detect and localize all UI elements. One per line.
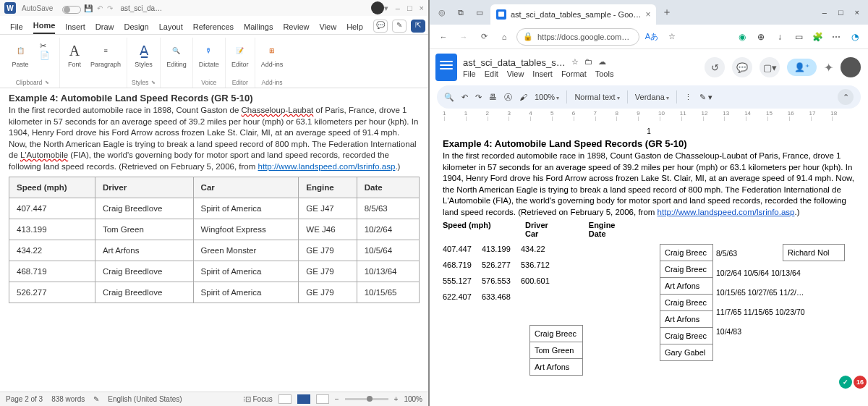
menu-tools[interactable]: Tools: [595, 69, 614, 78]
tab-help[interactable]: Help: [346, 22, 363, 34]
font-select[interactable]: Verdana: [635, 93, 669, 101]
zoom-select[interactable]: 100%: [535, 93, 559, 101]
gemini-icon[interactable]: ✦: [824, 61, 833, 75]
paragraph-button[interactable]: ≡Paragraph: [89, 41, 122, 79]
menu-view[interactable]: View: [507, 69, 524, 78]
back-button[interactable]: ←: [435, 29, 451, 45]
undo-icon[interactable]: ↶: [461, 93, 468, 102]
tab-mailings[interactable]: Mailings: [244, 22, 273, 34]
tab-design[interactable]: Design: [124, 22, 148, 34]
comments-icon[interactable]: 💬: [732, 57, 752, 77]
forward-button[interactable]: →: [456, 29, 472, 45]
ext-icon-2[interactable]: ⊕: [754, 30, 768, 44]
tab-review[interactable]: Review: [283, 22, 309, 34]
tab-close-icon[interactable]: ×: [645, 9, 650, 20]
autosave-toggle[interactable]: [62, 6, 81, 14]
extensions-icon[interactable]: 🧩: [810, 30, 825, 44]
menu-file[interactable]: File: [463, 69, 476, 78]
paste-button[interactable]: 📋 Paste: [10, 41, 30, 79]
zoom-level[interactable]: 100%: [404, 395, 422, 403]
share-button[interactable]: 👤⁺: [787, 59, 817, 76]
tab-layout[interactable]: Layout: [159, 22, 183, 34]
notification-badge[interactable]: 16: [854, 376, 867, 389]
spellcheck-icon[interactable]: ✎: [93, 395, 99, 403]
new-tab-button[interactable]: ＋: [662, 6, 672, 19]
close-button[interactable]: ×: [420, 4, 424, 13]
ext-icon-3[interactable]: ↓: [773, 30, 787, 44]
print-icon[interactable]: 🖶: [489, 93, 497, 101]
tab-draw[interactable]: Draw: [95, 22, 114, 34]
save-icon[interactable]: 💾: [84, 4, 93, 12]
favorite-star-icon[interactable]: ☆: [664, 29, 680, 45]
font-button[interactable]: AFont: [64, 41, 85, 79]
status-words[interactable]: 838 words: [51, 395, 85, 403]
cut-copy-column[interactable]: ✂📄: [35, 41, 55, 79]
dictate-button[interactable]: 🎙Dictate: [197, 41, 221, 79]
tab-view[interactable]: View: [319, 22, 336, 34]
zoom-slider[interactable]: [345, 398, 388, 400]
cloud-icon[interactable]: ☁: [598, 57, 606, 68]
menu-insert[interactable]: Insert: [532, 69, 553, 78]
zoom-out-button[interactable]: −: [335, 395, 339, 403]
paint-format-icon[interactable]: 🖌: [519, 93, 527, 101]
address-bar[interactable]: 🔒 https://docs.google.com…: [516, 28, 639, 46]
zoom-in-button[interactable]: +: [394, 395, 399, 403]
docs-link[interactable]: http://www.landspeed.com/lsrinfo.asp: [658, 208, 795, 216]
maximize-button[interactable]: □: [407, 4, 412, 13]
refresh-button[interactable]: ⟳: [476, 29, 492, 45]
move-icon[interactable]: 🗀: [584, 57, 592, 68]
tab-references[interactable]: References: [193, 22, 234, 34]
profile-icon[interactable]: ◎: [434, 4, 450, 20]
menu-icon[interactable]: ⋯: [829, 30, 843, 44]
docs-document-area[interactable]: 1 Example 4: Automobile Land Speed Recor…: [430, 124, 868, 406]
search-menus-icon[interactable]: 🔍: [444, 93, 454, 102]
doc-link[interactable]: http://www.landspeed.com/lsrinfo.asp: [258, 162, 396, 171]
chat-badge[interactable]: ✓: [839, 376, 852, 389]
workspaces-icon[interactable]: ⧉: [453, 4, 469, 20]
comment-icon[interactable]: 💬: [373, 20, 388, 33]
read-mode-button[interactable]: [278, 394, 292, 404]
paragraph-style-select[interactable]: Normal text: [574, 93, 619, 101]
star-icon[interactable]: ☆: [571, 57, 579, 68]
browser-tab[interactable]: ast_sci_data_tables_sample - Goo… ×: [490, 4, 656, 25]
redo-icon[interactable]: ↷: [107, 4, 113, 12]
reader-icon[interactable]: Aあ: [644, 29, 660, 45]
tab-home[interactable]: Home: [33, 21, 56, 34]
account-avatar[interactable]: [841, 57, 861, 77]
docs-app-icon[interactable]: [435, 54, 457, 81]
editing-button[interactable]: 🔍Editing: [165, 41, 188, 79]
browser-maximize[interactable]: □: [838, 8, 843, 17]
editing-mode-icon[interactable]: ✎ ▾: [699, 93, 712, 102]
share-icon[interactable]: ⇱: [411, 20, 425, 33]
undo-icon[interactable]: ↶: [97, 4, 103, 12]
minimize-button[interactable]: –: [396, 4, 400, 13]
menu-edit[interactable]: Edit: [485, 69, 498, 78]
browser-minimize[interactable]: –: [822, 8, 827, 17]
home-button[interactable]: ⌂: [496, 29, 512, 45]
history-icon[interactable]: ↺: [705, 57, 725, 77]
meet-icon[interactable]: ▢▾: [760, 57, 780, 77]
print-layout-button[interactable]: [297, 394, 310, 404]
collections-icon[interactable]: ▭: [791, 30, 806, 44]
ext-icon-1[interactable]: ◉: [735, 30, 749, 44]
tab-actions-icon[interactable]: ▭: [472, 4, 488, 20]
menu-format[interactable]: Format: [561, 69, 587, 78]
copilot-icon[interactable]: ◔: [848, 30, 862, 44]
tab-insert[interactable]: Insert: [65, 22, 85, 34]
status-language[interactable]: English (United States): [108, 395, 182, 403]
status-page[interactable]: Page 2 of 3: [6, 395, 43, 403]
ribbon-options-icon[interactable]: ▾: [384, 4, 388, 13]
addins-button[interactable]: ⊞Add-ins: [260, 41, 285, 79]
user-avatar[interactable]: [371, 1, 384, 14]
browser-close[interactable]: ×: [855, 8, 859, 17]
more-format-icon[interactable]: ⋮: [684, 93, 692, 102]
docs-title[interactable]: ast_sci_data_tables_s…: [463, 57, 566, 68]
pen-icon[interactable]: ✎: [392, 20, 407, 33]
focus-button[interactable]: ⁝⊡ Focus: [243, 395, 273, 403]
word-document-area[interactable]: Example 4: Automobile Land Speed Records…: [0, 88, 428, 392]
redo-icon[interactable]: ↷: [475, 93, 482, 102]
collapse-toolbar-icon[interactable]: ⌃: [838, 89, 854, 105]
spellcheck-icon[interactable]: Ⓐ: [504, 92, 512, 103]
docs-ruler[interactable]: 1123456789101112131415161718: [430, 113, 868, 124]
styles-button[interactable]: A̲Styles: [133, 41, 154, 79]
